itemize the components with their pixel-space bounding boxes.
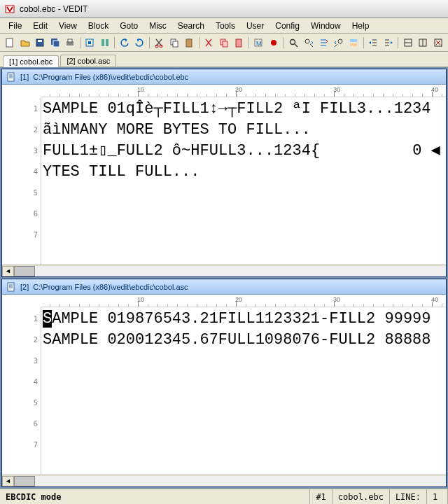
- svg-point-27: [338, 39, 342, 43]
- document-icon: [6, 282, 16, 292]
- toolbar-separator: [396, 35, 400, 50]
- menu-config[interactable]: Config: [270, 19, 305, 33]
- cut-block-icon[interactable]: [202, 35, 216, 50]
- doc2-gutter: 1 2 3 4 5 6 7: [2, 307, 41, 475]
- doc1-line-2: ãìNMANY MORE BYTES TO FILL...: [43, 120, 446, 141]
- svg-rect-20: [236, 39, 241, 47]
- svg-rect-15: [173, 41, 178, 47]
- status-bar: EBCDIC mode #1 cobol.ebc LINE: 1: [0, 489, 448, 504]
- doc1-title-bar[interactable]: [1] C:\Program Files (x86)\vedit\ebcdic\…: [2, 69, 446, 85]
- doc2-line-1: SAMPLE 019876543.21FILL1123321-FILL2 999…: [43, 309, 446, 330]
- save-icon[interactable]: [33, 35, 48, 50]
- save-all-icon[interactable]: [48, 35, 63, 50]
- tab-cobol-ebc[interactable]: [1] cobol.ebc: [3, 55, 59, 67]
- tab-cobol-asc[interactable]: [2] cobol.asc: [60, 55, 116, 66]
- menu-goto[interactable]: Goto: [114, 19, 144, 33]
- doc2-line-2: SAMPLE 020012345.67FULL1098076-FULL2 888…: [43, 330, 446, 351]
- doc2-path: C:\Program Files (x86)\vedit\ebcdic\cobo…: [33, 283, 188, 291]
- doc1-path: C:\Program Files (x86)\vedit\ebcdic\cobo…: [33, 73, 188, 81]
- doc1-body: 1 2 3 4 5 6 7 SAMPLE 01qÎè┬FILL1↕→┬FILL2…: [2, 97, 446, 265]
- scroll-left-icon[interactable]: ◄: [2, 266, 14, 276]
- toolbar-separator: [247, 35, 251, 50]
- menu-window[interactable]: Window: [305, 19, 346, 33]
- undo-icon[interactable]: [118, 35, 132, 50]
- app-icon: [4, 4, 15, 15]
- split-h-icon[interactable]: [400, 35, 415, 50]
- svg-rect-17: [188, 38, 190, 40]
- toolbar-separator: [78, 35, 83, 50]
- window-title: cobol.ebc - VEDIT: [20, 4, 88, 14]
- svg-point-24: [290, 39, 295, 44]
- scroll-track[interactable]: [35, 476, 446, 486]
- paste-block-icon[interactable]: [232, 35, 246, 50]
- doc2-hscrollbar[interactable]: ◄: [2, 475, 446, 486]
- doc-window-1: [1] C:\Program Files (x86)\vedit\ebcdic\…: [1, 69, 447, 277]
- menu-user[interactable]: User: [241, 19, 270, 33]
- toolbar-separator: [197, 35, 202, 50]
- menu-tools[interactable]: Tools: [210, 19, 241, 33]
- paste-icon[interactable]: [182, 35, 197, 50]
- doc2-title-bar[interactable]: [2] C:\Program Files (x86)\vedit\ebcdic\…: [2, 279, 446, 295]
- doc1-code-area[interactable]: SAMPLE 01qÎè┬FILL1↕→┬FILL2 ªI FILL3...12…: [41, 97, 446, 265]
- cut-icon[interactable]: [152, 35, 167, 50]
- status-filename: cobol.ebc: [332, 489, 390, 504]
- toolbar: M: [0, 34, 448, 52]
- tool-icon-7[interactable]: [98, 35, 113, 50]
- menu-bar: File Edit View Block Goto Misc Search To…: [0, 18, 448, 34]
- menu-view[interactable]: View: [53, 19, 83, 33]
- find-icon[interactable]: [286, 35, 301, 50]
- doc2-code-area[interactable]: SAMPLE 019876543.21FILL1123321-FILL2 999…: [41, 307, 446, 475]
- find-next-icon[interactable]: [301, 35, 316, 50]
- svg-rect-19: [223, 41, 227, 47]
- document-icon: [6, 72, 16, 82]
- status-mode: EBCDIC mode: [0, 489, 310, 504]
- svg-point-23: [271, 40, 276, 46]
- outdent-icon[interactable]: [366, 35, 381, 50]
- scroll-thumb[interactable]: [14, 476, 35, 486]
- doc2-body: 1 2 3 4 5 6 7 SAMPLE 019876543.21FILL112…: [2, 307, 446, 475]
- toolbar-separator: [281, 35, 286, 50]
- svg-rect-10: [102, 39, 104, 46]
- macro-icon[interactable]: M: [251, 35, 266, 50]
- scroll-track[interactable]: [35, 266, 446, 276]
- close-split-icon[interactable]: [430, 35, 445, 50]
- new-file-icon[interactable]: [3, 35, 18, 50]
- indent-icon[interactable]: [381, 35, 396, 50]
- copy-icon[interactable]: [167, 35, 182, 50]
- status-line-label: LINE:: [390, 489, 427, 504]
- svg-point-26: [305, 39, 309, 43]
- scroll-thumb[interactable]: [14, 266, 35, 276]
- title-bar: cobol.ebc - VEDIT: [0, 0, 448, 18]
- menu-help[interactable]: Help: [346, 19, 375, 33]
- find-back-icon[interactable]: [331, 35, 346, 50]
- menu-misc[interactable]: Misc: [144, 19, 172, 33]
- toolbar-separator: [113, 35, 117, 50]
- svg-rect-28: [350, 39, 357, 42]
- menu-block[interactable]: Block: [83, 19, 114, 33]
- doc1-hscrollbar[interactable]: ◄: [2, 265, 446, 276]
- svg-text:M: M: [256, 40, 262, 47]
- split-v-icon[interactable]: [416, 35, 430, 50]
- svg-rect-36: [8, 283, 14, 291]
- replace-all-icon[interactable]: [346, 35, 361, 50]
- svg-rect-5: [53, 41, 59, 47]
- svg-line-25: [295, 44, 298, 47]
- tool-icon-6[interactable]: [83, 35, 97, 50]
- scroll-left-icon[interactable]: ◄: [2, 476, 14, 486]
- svg-rect-3: [38, 40, 42, 42]
- redo-icon[interactable]: [132, 35, 147, 50]
- doc-window-2: [2] C:\Program Files (x86)\vedit\ebcdic\…: [1, 279, 447, 487]
- menu-search[interactable]: Search: [172, 19, 210, 33]
- doc1-line-3: FULL1±▯_FULL2 ô~HFULL3...1234{ 0 ◀: [43, 141, 446, 162]
- text-cursor: S: [43, 310, 52, 328]
- print-icon[interactable]: [63, 35, 78, 50]
- record-icon[interactable]: [267, 35, 281, 50]
- copy-block-icon[interactable]: [217, 35, 232, 50]
- open-file-icon[interactable]: [18, 35, 33, 50]
- menu-edit[interactable]: Edit: [27, 19, 53, 33]
- replace-icon[interactable]: [316, 35, 331, 50]
- svg-rect-16: [186, 39, 192, 47]
- menu-file[interactable]: File: [3, 19, 27, 33]
- svg-rect-29: [350, 43, 357, 46]
- toolbar-separator: [361, 35, 365, 50]
